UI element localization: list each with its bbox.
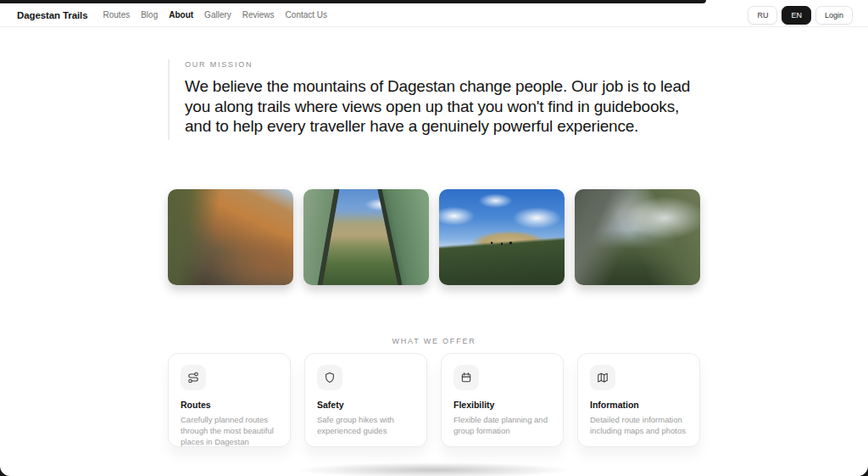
- photo-mountain-gorge: [575, 189, 700, 285]
- nav-link-routes[interactable]: Routes: [103, 8, 131, 21]
- map-icon: [590, 365, 615, 390]
- offers-eyebrow: WHAT WE OFFER: [0, 337, 868, 345]
- shield-icon: [317, 365, 342, 390]
- nav-links: Routes Blog About Gallery Reviews Contac…: [103, 8, 328, 21]
- offer-card-information: Information Detailed route information i…: [577, 353, 700, 447]
- photo-sunset-valley: [168, 189, 293, 285]
- calendar-icon: [453, 365, 479, 390]
- nav-actions: RU EN Login: [748, 6, 853, 25]
- login-button[interactable]: Login: [815, 6, 853, 25]
- lang-button-en[interactable]: EN: [782, 6, 811, 25]
- offer-card-description: Safe group hikes with experienced guides: [317, 414, 415, 436]
- offer-card-title: Safety: [317, 400, 415, 410]
- offer-card-title: Routes: [181, 400, 278, 410]
- photo-tent-view: [303, 189, 429, 285]
- photo-ridge-horses: [439, 189, 565, 285]
- top-navigation: Dagestan Trails Routes Blog About Galler…: [0, 0, 868, 27]
- route-icon: [181, 365, 206, 390]
- offer-cards: Routes Carefully planned routes through …: [168, 353, 700, 447]
- offer-card-flexibility: Flexibility Flexible date planning and g…: [441, 353, 564, 447]
- mission-headline: We believe the mountains of Dagestan cha…: [185, 76, 693, 137]
- offer-card-title: Information: [590, 400, 687, 410]
- offer-card-title: Flexibility: [453, 400, 551, 410]
- bottom-section-shadow: [239, 459, 629, 476]
- brand-logo[interactable]: Dagestan Trails: [17, 10, 88, 20]
- dark-footer-corner-right: [854, 466, 868, 476]
- photo-gallery: [168, 189, 700, 285]
- offer-card-description: Flexible date planning and group formati…: [453, 414, 551, 436]
- lang-button-ru[interactable]: RU: [748, 6, 777, 25]
- dark-footer-corner-left: [0, 466, 14, 476]
- mission-eyebrow: OUR MISSION: [185, 60, 704, 69]
- mission-section: OUR MISSION We believe the mountains of …: [168, 59, 704, 140]
- nav-link-blog[interactable]: Blog: [141, 8, 158, 21]
- dark-hero-edge: [0, 0, 706, 3]
- nav-link-contact[interactable]: Contact Us: [286, 8, 327, 21]
- offer-card-safety: Safety Safe group hikes with experienced…: [304, 353, 427, 447]
- offer-card-description: Detailed route information including map…: [590, 414, 687, 436]
- nav-link-gallery[interactable]: Gallery: [204, 8, 231, 21]
- offer-card-routes: Routes Carefully planned routes through …: [168, 353, 291, 447]
- offer-card-description: Carefully planned routes through the mos…: [181, 414, 278, 447]
- nav-link-about[interactable]: About: [169, 8, 193, 21]
- nav-link-reviews[interactable]: Reviews: [242, 8, 275, 21]
